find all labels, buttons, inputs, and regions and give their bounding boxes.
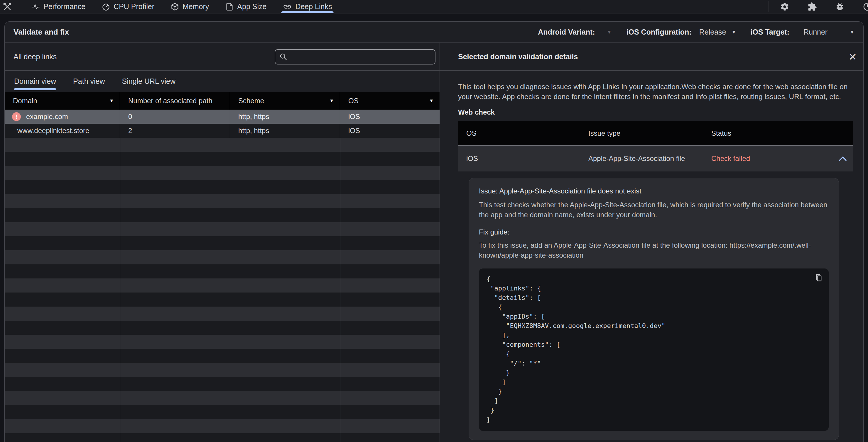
deep-links-list-pane: All deep links Domain view Path view: [5, 43, 440, 442]
scheme-cell: http, https: [230, 110, 340, 124]
column-divider: [340, 138, 340, 442]
tab-cpu-profiler[interactable]: CPU Profiler: [94, 0, 162, 13]
web-check-row-ios[interactable]: iOS Apple-App-Site-Association file Chec…: [458, 145, 853, 171]
top-toolbar: Performance CPU Profiler Memory App Size: [0, 0, 868, 13]
tab-memory[interactable]: Memory: [162, 0, 217, 13]
bug-icon[interactable]: [835, 2, 844, 11]
copy-button[interactable]: [815, 274, 823, 283]
domain-filter-dropdown[interactable]: ▼: [109, 98, 114, 103]
tab-single-url-view[interactable]: Single URL view: [122, 71, 176, 92]
tab-label: CPU Profiler: [114, 2, 154, 11]
web-check-table: OS Issue type Status iOS Apple-App-Site-…: [458, 121, 853, 440]
ios-target-label: iOS Target:: [750, 28, 789, 36]
close-icon[interactable]: ✕: [849, 52, 857, 62]
details-header-row: Selected domain validation details ✕: [440, 43, 863, 71]
scheme-cell: http, https: [230, 124, 340, 138]
view-tab-label: Single URL view: [122, 77, 176, 86]
error-icon: !: [12, 112, 21, 121]
fix-guide-label: Fix guide:: [479, 228, 829, 236]
ios-target-value[interactable]: Runner: [803, 28, 828, 36]
column-label: Scheme: [238, 97, 264, 105]
ios-configuration-label: iOS Configuration:: [626, 28, 692, 36]
issue-detail-card: Issue: Apple-App-Site-Association file d…: [469, 178, 839, 440]
empty-rows-area: [5, 138, 440, 442]
status-badge: Check failed: [711, 155, 750, 163]
column-label: Number of associated path: [128, 97, 213, 105]
column-divider: [230, 138, 230, 442]
panel-header: Validate and fix Android Variant: ▼ iOS …: [5, 22, 863, 43]
wc-os-value: iOS: [458, 146, 580, 171]
column-header-paths[interactable]: Number of associated path: [120, 92, 230, 110]
android-variant-dropdown[interactable]: ▼: [607, 29, 612, 35]
list-title: All deep links: [13, 53, 57, 61]
aasa-code-block: { "applinks": { "details": [ { "appIDs":…: [479, 269, 829, 431]
wc-issue-type-value: Apple-App-Site-Association file: [580, 146, 703, 171]
toolbar-actions: [769, 0, 868, 13]
tab-label: Deep Links: [295, 2, 332, 11]
paths-cell: 2: [120, 124, 230, 138]
ios-target-dropdown[interactable]: ▼: [849, 29, 855, 35]
os-filter-dropdown[interactable]: ▼: [429, 98, 434, 103]
memory-icon: [171, 3, 179, 11]
tab-label: Performance: [43, 2, 85, 11]
domain-value: www.deeplinktest.store: [17, 127, 89, 135]
toolbar-spacer: [340, 0, 769, 13]
search-icon: [279, 53, 287, 61]
fix-guide-text: To fix this issue, add an Apple-App-Site…: [479, 240, 830, 260]
toolbar-tabs: Performance CPU Profiler Memory App Size: [24, 0, 340, 13]
validation-details-pane: Selected domain validation details ✕ Thi…: [440, 43, 863, 442]
tab-deep-links[interactable]: Deep Links: [275, 0, 340, 13]
table-row-deeplinktest-store[interactable]: www.deeplinktest.store 2 http, https iOS: [5, 124, 440, 138]
tab-domain-view[interactable]: Domain view: [14, 71, 56, 92]
about-icon[interactable]: [863, 2, 868, 11]
panel-body: All deep links Domain view Path view: [5, 43, 863, 442]
web-check-table-header: OS Issue type Status: [458, 121, 853, 145]
os-cell: iOS: [340, 124, 440, 138]
table-row-example-com[interactable]: ! example.com 0 http, https iOS: [5, 110, 440, 124]
tab-path-view[interactable]: Path view: [73, 71, 105, 92]
scheme-filter-dropdown[interactable]: ▼: [329, 98, 334, 103]
search-input[interactable]: [287, 53, 431, 61]
extensions-icon[interactable]: [808, 2, 817, 11]
view-tabs: Domain view Path view Single URL view: [5, 71, 440, 92]
validate-and-fix-panel: Validate and fix Android Variant: ▼ iOS …: [4, 22, 864, 442]
domain-value: example.com: [26, 112, 68, 121]
android-variant-label: Android Variant:: [538, 28, 595, 36]
tool-description: This tool helps you diagnose issues with…: [458, 82, 854, 102]
aasa-code: { "applinks": { "details": [ { "appIDs":…: [487, 274, 821, 424]
tab-app-size[interactable]: App Size: [217, 0, 275, 13]
issue-title: Issue: Apple-App-Site-Association file d…: [479, 187, 829, 195]
tab-performance[interactable]: Performance: [24, 0, 94, 13]
web-check-title: Web check: [458, 108, 849, 116]
ios-configuration-value[interactable]: Release: [699, 28, 726, 36]
cpu-profiler-icon: [102, 3, 110, 11]
wc-column-status: Status: [703, 121, 853, 145]
os-cell: iOS: [340, 110, 440, 124]
ios-configuration-dropdown[interactable]: ▼: [731, 29, 736, 35]
domain-cell: www.deeplinktest.store: [5, 124, 120, 138]
collapse-row-button[interactable]: [839, 156, 846, 161]
column-header-domain[interactable]: Domain ▼: [5, 92, 120, 110]
domain-cell: ! example.com: [5, 110, 120, 124]
column-header-os[interactable]: OS ▼: [340, 92, 440, 110]
active-tab-underline: [281, 11, 334, 13]
column-header-scheme[interactable]: Scheme ▼: [230, 92, 340, 110]
details-content: This tool helps you diagnose issues with…: [440, 71, 863, 440]
active-view-underline: [14, 88, 56, 90]
view-tab-label: Domain view: [14, 77, 56, 86]
settings-icon[interactable]: [780, 2, 789, 11]
tab-label: Memory: [183, 2, 209, 11]
view-tab-label: Path view: [73, 77, 105, 86]
app-size-icon: [225, 3, 234, 11]
wc-column-os: OS: [458, 121, 580, 145]
search-box[interactable]: [275, 49, 435, 65]
column-label: Domain: [13, 97, 37, 105]
page-title: Validate and fix: [13, 28, 69, 37]
column-divider: [120, 138, 120, 442]
devtools-menu-button[interactable]: [0, 0, 16, 13]
deep-links-icon: [283, 2, 292, 11]
performance-icon: [32, 3, 40, 11]
copy-icon: [815, 274, 823, 282]
wc-column-issue-type: Issue type: [580, 121, 703, 145]
domains-table-header: Domain ▼ Number of associated path Schem…: [5, 92, 440, 110]
